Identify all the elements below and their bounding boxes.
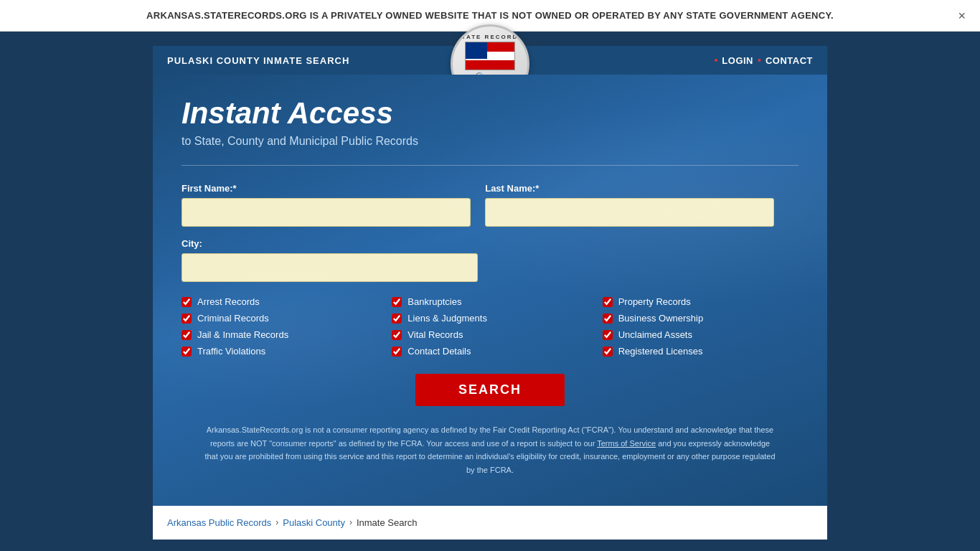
checkbox-item: Property Records bbox=[603, 296, 798, 307]
nav-dot-contact: • bbox=[758, 55, 761, 66]
city-group: City: bbox=[182, 238, 478, 282]
checkbox-item: Criminal Records bbox=[182, 313, 377, 324]
checkbox-label: Business Ownership bbox=[618, 313, 704, 324]
breadcrumb-sep-2: › bbox=[349, 517, 352, 527]
close-banner-button[interactable]: × bbox=[958, 8, 966, 23]
banner-text: ARKANSAS.STATERECORDS.ORG IS A PRIVATELY… bbox=[43, 10, 937, 21]
breadcrumb-link-arkansas[interactable]: Arkansas Public Records bbox=[167, 517, 271, 528]
checkbox-contact-details[interactable] bbox=[392, 347, 402, 357]
checkbox-label: Liens & Judgments bbox=[407, 313, 487, 324]
checkbox-unclaimed-assets[interactable] bbox=[603, 330, 613, 340]
logo-flag bbox=[465, 42, 515, 70]
checkbox-label: Vital Records bbox=[407, 329, 463, 340]
breadcrumb-current: Inmate Search bbox=[357, 517, 418, 528]
nav-links: • LOGIN • CONTACT bbox=[714, 55, 813, 66]
checkbox-item: Contact Details bbox=[392, 346, 588, 357]
card-header: PULASKI COUNTY INMATE SEARCH STATE RECOR… bbox=[153, 46, 827, 75]
checkbox-item: Unclaimed Assets bbox=[603, 329, 798, 340]
breadcrumb: Arkansas Public Records › Pulaski County… bbox=[167, 517, 813, 528]
checkbox-label: Unclaimed Assets bbox=[618, 329, 692, 340]
divider bbox=[182, 165, 798, 166]
search-form: First Name:* Last Name:* City: bbox=[182, 183, 798, 406]
checkbox-criminal-records[interactable] bbox=[182, 314, 192, 324]
checkbox-registered-licenses[interactable] bbox=[603, 347, 613, 357]
main-heading: Instant Access bbox=[182, 96, 798, 131]
checkbox-item: Registered Licenses bbox=[603, 346, 798, 357]
city-input[interactable] bbox=[182, 253, 478, 282]
logo-text-top: STATE RECORDS bbox=[456, 34, 523, 40]
checkbox-label: Bankruptcies bbox=[407, 296, 461, 307]
checkbox-traffic-violations[interactable] bbox=[182, 347, 192, 357]
last-name-group: Last Name:* bbox=[485, 183, 774, 227]
checkbox-label: Property Records bbox=[618, 296, 691, 307]
checkbox-label: Arrest Records bbox=[197, 296, 260, 307]
checkbox-item: Liens & Judgments bbox=[392, 313, 588, 324]
card-content: Instant Access to State, County and Muni… bbox=[153, 75, 827, 506]
first-name-group: First Name:* bbox=[182, 183, 471, 227]
checkbox-item: Bankruptcies bbox=[392, 296, 588, 307]
last-name-label: Last Name:* bbox=[485, 183, 774, 194]
checkbox-item: Business Ownership bbox=[603, 313, 798, 324]
last-name-input[interactable] bbox=[485, 198, 774, 227]
city-label: City: bbox=[182, 238, 478, 249]
checkboxes-section: Arrest RecordsBankruptciesProperty Recor… bbox=[182, 296, 798, 357]
breadcrumb-sep-1: › bbox=[275, 517, 278, 527]
disclaimer-text: Arkansas.StateRecords.org is not a consu… bbox=[203, 423, 777, 477]
checkbox-bankruptcies[interactable] bbox=[392, 297, 402, 307]
card-footer: Arkansas Public Records › Pulaski County… bbox=[153, 506, 827, 540]
search-button[interactable]: SEARCH bbox=[415, 374, 565, 406]
breadcrumb-link-pulaski[interactable]: Pulaski County bbox=[283, 517, 345, 528]
checkbox-item: Jail & Inmate Records bbox=[182, 329, 377, 340]
checkbox-label: Traffic Violations bbox=[197, 346, 265, 357]
checkbox-arrest-records[interactable] bbox=[182, 297, 192, 307]
checkbox-label: Jail & Inmate Records bbox=[197, 329, 288, 340]
main-card: PULASKI COUNTY INMATE SEARCH STATE RECOR… bbox=[153, 46, 827, 540]
checkbox-label: Criminal Records bbox=[197, 313, 269, 324]
contact-link[interactable]: CONTACT bbox=[765, 55, 813, 66]
terms-link[interactable]: Terms of Service bbox=[597, 439, 656, 448]
name-row: First Name:* Last Name:* bbox=[182, 183, 798, 227]
sub-heading: to State, County and Municipal Public Re… bbox=[182, 135, 798, 148]
site-title: PULASKI COUNTY INMATE SEARCH bbox=[167, 55, 349, 66]
first-name-label: First Name:* bbox=[182, 183, 471, 194]
checkbox-vital-records[interactable] bbox=[392, 330, 402, 340]
checkbox-item: Arrest Records bbox=[182, 296, 377, 307]
city-row: City: bbox=[182, 238, 798, 282]
checkbox-jail-&-inmate-records[interactable] bbox=[182, 330, 192, 340]
checkbox-liens-&-judgments[interactable] bbox=[392, 314, 402, 324]
checkbox-label: Contact Details bbox=[407, 346, 471, 357]
nav-dot-login: • bbox=[714, 55, 717, 66]
checkbox-label: Registered Licenses bbox=[618, 346, 703, 357]
login-link[interactable]: LOGIN bbox=[722, 55, 753, 66]
checkbox-item: Traffic Violations bbox=[182, 346, 377, 357]
page-wrapper: PULASKI COUNTY INMATE SEARCH STATE RECOR… bbox=[0, 32, 980, 551]
checkbox-property-records[interactable] bbox=[603, 297, 613, 307]
first-name-input[interactable] bbox=[182, 198, 471, 227]
checkbox-business-ownership[interactable] bbox=[603, 314, 613, 324]
checkbox-item: Vital Records bbox=[392, 329, 588, 340]
logo-flag-blue bbox=[466, 42, 487, 59]
search-btn-wrapper: SEARCH bbox=[182, 374, 798, 406]
